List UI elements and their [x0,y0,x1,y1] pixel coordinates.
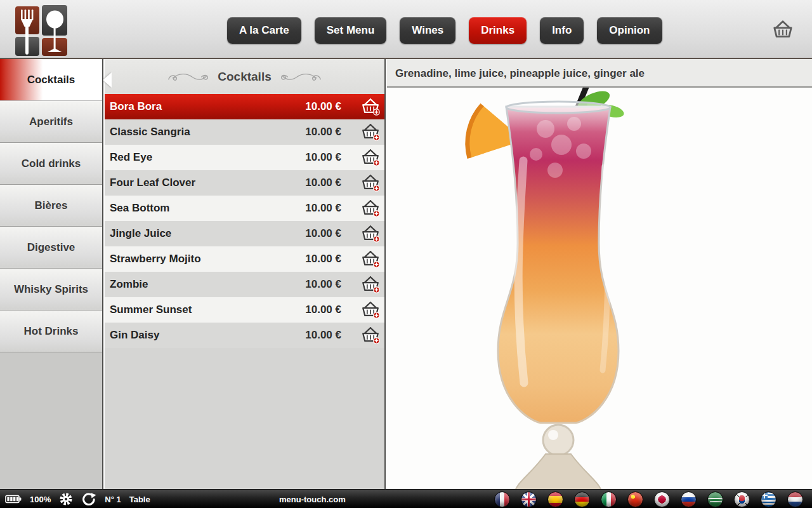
refresh-icon[interactable] [81,491,96,507]
flag-es-icon[interactable] [547,491,563,507]
add-to-basket-icon[interactable] [360,300,381,319]
order-number: N° 1 [105,495,121,504]
battery-percentage: 100% [30,495,51,504]
menu-item-list: Bora Bora10.00 €Classic Sangria10.00 €Re… [105,94,384,348]
nav-drinks-button[interactable]: Drinks [469,17,527,44]
status-left-group: 100% N° 1 Table [5,490,150,508]
status-center: menu-touch.com [279,490,346,508]
menu-item-name: Jingle Juice [110,227,171,240]
flag-jp-icon[interactable] [654,491,670,507]
flag-de-icon[interactable] [574,491,590,507]
menu-touch-app: A la CarteSet MenuWinesDrinksInfoOpinion… [0,0,812,508]
flag-it-icon[interactable] [601,491,617,507]
menu-item-price: 10.00 € [305,304,341,316]
menu-item-row[interactable]: Four Leaf Clover10.00 € [105,170,384,196]
restaurant-logo-icon [15,5,69,58]
add-to-basket-icon[interactable] [360,97,381,116]
flourish-ornament-icon [167,69,209,84]
language-flags [494,490,803,508]
menu-item-name: Sea Bottom [110,202,169,215]
item-description: Grenadine, lime juice, pineapple juice, … [387,59,812,88]
menu-item-price: 10.00 € [305,278,341,291]
menu-item-row[interactable]: Summer Sunset10.00 € [105,297,384,323]
flag-fr-icon[interactable] [494,491,510,507]
flag-gb-icon[interactable] [521,491,537,507]
menu-item-name: Red Eye [110,151,152,164]
menu-item-name: Classic Sangria [110,126,190,138]
add-to-basket-icon[interactable] [360,199,381,218]
nav-wines-button[interactable]: Wines [400,17,455,44]
menu-item-price: 10.00 € [305,329,341,342]
flag-ru-icon[interactable] [681,491,697,507]
menu-item-row[interactable]: Gin Daisy10.00 € [105,323,384,348]
menu-list-panel: Cocktails Bora Bora10.00 €Classic Sangri… [105,59,386,489]
menu-item-row[interactable]: Sea Bottom10.00 € [105,196,384,221]
flag-cn-icon[interactable] [627,491,643,507]
menu-item-price: 10.00 € [305,253,341,265]
add-to-basket-icon[interactable] [360,173,381,192]
cocktail-image [425,84,691,489]
nav-info-button[interactable]: Info [540,17,584,44]
menu-item-row[interactable]: Red Eye10.00 € [105,145,384,170]
flag-gr-icon[interactable] [761,491,776,507]
menu-list-title: Cocktails [218,70,271,84]
menu-list-header: Cocktails [105,59,384,94]
flag-sa-icon[interactable] [707,491,723,507]
flag-kr-icon[interactable] [734,491,750,507]
menu-item-name: Gin Daisy [110,329,159,342]
flourish-ornament-icon [280,69,322,84]
sidebar-item-digestive[interactable]: Digestive [0,227,102,269]
menu-item-price: 10.00 € [305,151,341,164]
menu-item-row[interactable]: Zombie10.00 € [105,272,384,297]
menu-item-name: Zombie [110,278,148,291]
menu-item-row[interactable]: Bora Bora10.00 € [105,94,384,119]
app-url: menu-touch.com [279,495,346,504]
table-label: Table [129,495,150,504]
menu-item-price: 10.00 € [305,227,341,240]
sidebar-item-whisky-spirits[interactable]: Whisky Spirits [0,269,102,311]
menu-item-price: 10.00 € [305,126,341,138]
menu-item-row[interactable]: Strawberry Mojito10.00 € [105,246,384,272]
nav-opinion-button[interactable]: Opinion [597,17,662,44]
status-bar: 100% N° 1 Table menu-touch.com [0,489,812,508]
main-nav: A la CarteSet MenuWinesDrinksInfoOpinion [227,17,662,44]
add-to-basket-icon[interactable] [360,326,381,345]
sidebar-item-aperitifs[interactable]: Aperitifs [0,101,102,143]
nav-set-menu-button[interactable]: Set Menu [315,17,387,44]
sidebar-item-cocktails[interactable]: Cocktails [0,59,102,101]
add-to-basket-icon[interactable] [360,275,381,294]
menu-item-name: Bora Bora [110,100,162,113]
sidebar-item-bieres[interactable]: Bières [0,185,102,227]
menu-item-name: Strawberry Mojito [110,253,201,265]
add-to-basket-icon[interactable] [360,123,381,142]
item-detail-panel: Grenadine, lime juice, pineapple juice, … [387,59,812,489]
menu-item-price: 10.00 € [305,177,341,189]
add-to-basket-icon[interactable] [360,148,381,167]
battery-icon [5,495,22,504]
menu-item-price: 10.00 € [305,100,341,113]
sidebar-item-cold-drinks[interactable]: Cold drinks [0,143,102,185]
add-to-basket-icon[interactable] [360,224,381,243]
settings-gear-icon[interactable] [59,492,73,506]
sidebar-item-hot-drinks[interactable]: Hot Drinks [0,311,102,352]
top-bar: A la CarteSet MenuWinesDrinksInfoOpinion [0,0,812,59]
menu-item-price: 10.00 € [305,202,341,215]
add-to-basket-icon[interactable] [360,250,381,269]
menu-item-row[interactable]: Classic Sangria10.00 € [105,119,384,145]
flag-nl-icon[interactable] [787,491,803,507]
basket-icon[interactable] [771,19,794,43]
menu-item-name: Summer Sunset [110,304,192,316]
category-sidebar: CocktailsAperitifsCold drinksBièresDiges… [0,59,103,489]
menu-item-row[interactable]: Jingle Juice10.00 € [105,221,384,246]
nav-a-la-carte-button[interactable]: A la Carte [227,17,301,44]
menu-item-name: Four Leaf Clover [110,177,195,189]
